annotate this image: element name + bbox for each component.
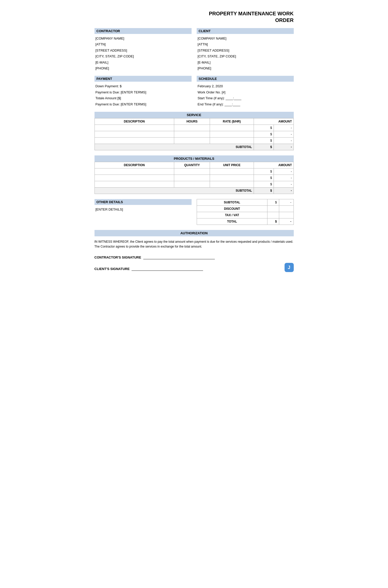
summary-total-dollar: $ [267, 218, 279, 225]
other-details-header: OTHER DETAILS [95, 199, 192, 205]
service-col-hours: HOURS [174, 118, 210, 125]
payment-block: PAYMENT Down Payment: $ Payment is Due: … [95, 76, 192, 107]
bottom-section: OTHER DETAILS [ENTER DETAILS] SUBTOTAL $… [95, 199, 294, 225]
schedule-header: SCHEDULE [197, 76, 294, 82]
client-phone: [PHONE] [198, 65, 293, 71]
contractor-signature-underline [143, 255, 215, 259]
contractor-signature-line: CONTRACTOR'S SIGNATURE [95, 255, 294, 259]
schedule-date: February 2, 2020 [198, 83, 293, 89]
table-row: $ - [95, 168, 293, 175]
service-section: SERVICE DESCRIPTION HOURS RATE ($/HR) AM… [95, 112, 294, 150]
service-col-amount: AMOUNT [254, 118, 293, 125]
summary-total-value: - [279, 218, 293, 225]
summary-total-row: TOTAL $ - [197, 218, 293, 225]
summary-subtotal-value: - [279, 199, 293, 205]
service-desc-1 [95, 125, 174, 131]
summary-tax-row: TAX / VAT [197, 212, 293, 218]
client-email: [E-MAIL] [198, 59, 293, 65]
contractor-client-section: CONTRACTOR [COMPANY NAME] [ATTN] [STREET… [95, 28, 294, 71]
summary-discount-dollar [267, 205, 279, 212]
schedule-body: February 2, 2020 Work Order No. [#] Star… [197, 83, 294, 107]
materials-subtotal-value: - [274, 187, 293, 194]
summary-table: SUBTOTAL $ - DISCOUNT TAX / VAT TOTAL $ … [197, 199, 294, 225]
mat-dollar-1: $ [254, 168, 274, 175]
other-details-block: OTHER DETAILS [ENTER DETAILS] [95, 199, 192, 212]
materials-title: PRODUCTS / MATERIALS [95, 155, 294, 162]
table-row: $ - [95, 137, 293, 144]
materials-col-amount: AMOUNT [254, 162, 293, 168]
service-title: SERVICE [95, 112, 294, 118]
service-desc-3 [95, 137, 174, 144]
service-hours-2 [174, 131, 210, 137]
mat-dollar-2: $ [254, 175, 274, 181]
payment-total: Totale Amount [$] [96, 95, 191, 101]
summary-subtotal-dollar: $ [267, 199, 279, 205]
contractor-block: CONTRACTOR [COMPANY NAME] [ATTN] [STREET… [95, 28, 192, 71]
materials-subtotal-row: SUBTOTAL $ - [95, 187, 293, 194]
client-block: CLIENT [COMPANY NAME] [ATTN] [STREET ADD… [197, 28, 294, 71]
summary-subtotal-label: SUBTOTAL [197, 199, 267, 205]
summary-discount-row: DISCOUNT [197, 205, 293, 212]
client-attn: [ATTN] [198, 41, 293, 47]
service-amount-1: - [274, 125, 293, 131]
mat-unit-3 [210, 181, 254, 187]
service-col-rate: RATE ($/HR) [210, 118, 254, 125]
service-dollar-3: $ [254, 137, 274, 144]
service-subtotal-label: SUBTOTAL [95, 144, 254, 150]
service-subtotal-row: SUBTOTAL $ - [95, 144, 293, 150]
mat-desc-3 [95, 181, 174, 187]
service-hours-3 [174, 137, 210, 144]
mat-unit-2 [210, 175, 254, 181]
client-address: [STREET ADDRESS] [198, 47, 293, 53]
service-table: DESCRIPTION HOURS RATE ($/HR) AMOUNT $ -… [95, 118, 294, 150]
materials-subtotal-label: SUBTOTAL [95, 187, 254, 194]
table-row: $ - [95, 181, 293, 187]
materials-table: DESCRIPTION QUANTITY UNIT PRICE AMOUNT $… [95, 162, 294, 194]
schedule-work-order: Work Order No. [#] [198, 89, 293, 95]
table-row: $ - [95, 175, 293, 181]
contractor-city: [CITY, STATE, ZIP CODE] [96, 53, 191, 59]
schedule-block: SCHEDULE February 2, 2020 Work Order No.… [197, 76, 294, 107]
payment-body: Down Payment: $ Payment is Due: [ENTER T… [95, 83, 192, 107]
service-rate-1 [210, 125, 254, 131]
client-signature-underline [132, 267, 203, 271]
service-hours-1 [174, 125, 210, 131]
mat-qty-1 [174, 168, 210, 175]
contractor-address: [STREET ADDRESS] [96, 47, 191, 53]
jotform-badge-icon: J [285, 263, 294, 272]
service-amount-2: - [274, 131, 293, 137]
schedule-start-time: Start Time (if any): ____:____ [198, 95, 293, 101]
summary-total-label: TOTAL [197, 218, 267, 225]
payment-schedule-section: PAYMENT Down Payment: $ Payment is Due: … [95, 76, 294, 107]
summary-tax-value [279, 212, 293, 218]
client-signature-label: CLIENT'S SIGNATURE [95, 267, 130, 271]
service-amount-3: - [274, 137, 293, 144]
materials-col-quantity: QUANTITY [174, 162, 210, 168]
contractor-signature-label: CONTRACTOR'S SIGNATURE [95, 255, 141, 259]
service-col-description: DESCRIPTION [95, 118, 174, 125]
authorization-section: AUTHORIZATION IN WITNESS WHEREOF, the Cl… [95, 230, 294, 272]
contractor-header: CONTRACTOR [95, 28, 192, 34]
mat-dollar-3: $ [254, 181, 274, 187]
table-row: $ - [95, 131, 293, 137]
contractor-phone: [PHONE] [96, 65, 191, 71]
summary-tax-label: TAX / VAT [197, 212, 267, 218]
mat-desc-1 [95, 168, 174, 175]
document-title: PROPERTY MAINTENANCE WORK ORDER [95, 10, 294, 23]
summary-block: SUBTOTAL $ - DISCOUNT TAX / VAT TOTAL $ … [197, 199, 294, 225]
authorization-text: IN WITNESS WHEREOF, the Client agrees to… [95, 239, 294, 249]
client-company: [COMPANY NAME] [198, 35, 293, 41]
table-row: $ - [95, 125, 293, 131]
materials-col-unit-price: UNIT PRICE [210, 162, 254, 168]
service-subtotal-dollar: $ [254, 144, 274, 150]
materials-col-description: DESCRIPTION [95, 162, 174, 168]
client-signature-line: CLIENT'S SIGNATURE J [95, 265, 294, 272]
other-details-value: [ENTER DETAILS] [95, 206, 192, 212]
service-dollar-2: $ [254, 131, 274, 137]
client-city: [CITY, STATE, ZIP CODE] [198, 53, 293, 59]
payment-down: Down Payment: $ [96, 83, 191, 89]
mat-amount-1: - [274, 168, 293, 175]
mat-unit-1 [210, 168, 254, 175]
contractor-email: [E-MAIL] [96, 59, 191, 65]
service-rate-2 [210, 131, 254, 137]
